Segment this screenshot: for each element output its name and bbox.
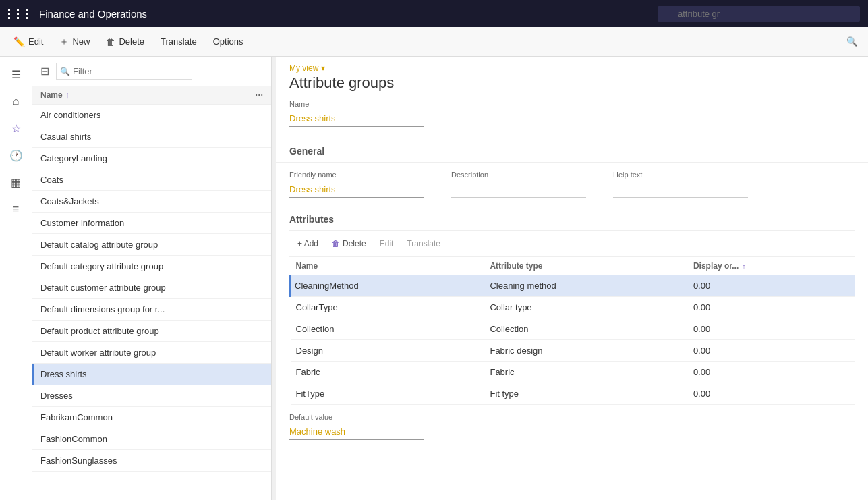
list-item[interactable]: Dress shirts — [32, 364, 271, 385]
table-cell: Fit type — [484, 383, 687, 405]
new-button[interactable]: ＋ New — [53, 32, 96, 51]
edit-attribute-button[interactable]: Edit — [374, 236, 399, 251]
table-row[interactable]: CleaningMethodCleaning method0.00 — [291, 275, 855, 297]
add-attribute-button[interactable]: + Add — [289, 236, 324, 251]
global-search-input[interactable] — [658, 6, 860, 22]
attributes-section: Attributes + Add 🗑 Delete Edit Translate — [276, 206, 868, 405]
table-row[interactable]: CollectionCollection0.00 — [291, 318, 855, 340]
friendly-name-group: Friendly name — [289, 171, 424, 198]
list-item[interactable]: Default customer attribute group — [32, 277, 271, 299]
table-cell: 0.00 — [688, 362, 855, 383]
name-field-section: Name — [276, 100, 868, 138]
table-cell: CollarType — [291, 297, 485, 318]
main-layout: ☰ ⌂ ☆ 🕐 ▦ ≡ ⊟ 🔍 Name ↑ ⋯ Air conditioner… — [0, 57, 868, 500]
filter-search-icon: 🔍 — [60, 67, 70, 76]
trash-icon: 🗑 — [106, 36, 115, 47]
search-command-button[interactable]: 🔍 — [843, 33, 861, 50]
default-value-section: Default value — [276, 405, 868, 448]
list-column-header: Name ↑ ⋯ — [32, 86, 271, 105]
default-value-label: Default value — [289, 413, 855, 421]
options-button[interactable]: Options — [206, 33, 250, 50]
list-item[interactable]: Default category attribute group — [32, 256, 271, 277]
list-item[interactable]: FashionCommon — [32, 428, 271, 450]
sort-ascending-icon[interactable]: ↑ — [65, 90, 69, 100]
list-item[interactable]: Default product attribute group — [32, 321, 271, 342]
table-cell: 0.00 — [688, 275, 855, 297]
list-item[interactable]: CategoryLanding — [32, 148, 271, 169]
name-field[interactable] — [289, 111, 424, 127]
default-value-field[interactable] — [289, 424, 424, 440]
table-cell: Design — [291, 340, 485, 362]
list-item[interactable]: FashionSunglasses — [32, 450, 271, 472]
sidebar-list-icon[interactable]: ≡ — [4, 197, 28, 221]
search-cmd-icon: 🔍 — [846, 36, 858, 47]
table-row[interactable]: FitTypeFit type0.00 — [291, 383, 855, 405]
list-item[interactable]: Default worker attribute group — [32, 342, 271, 364]
sidebar-home-icon[interactable]: ⌂ — [4, 89, 28, 113]
sidebar-star-icon[interactable]: ☆ — [4, 116, 28, 140]
view-selector[interactable]: My view ▾ — [276, 57, 868, 74]
attributes-header-row: Name Attribute type Display or... ↑ — [291, 257, 855, 275]
general-section-header: General — [276, 138, 868, 163]
attr-name-col-header: Name — [291, 257, 485, 275]
detail-panel: My view ▾ Attribute groups Name General … — [276, 57, 868, 500]
page-title: Attribute groups — [276, 74, 868, 100]
list-item[interactable]: Coats&Jackets — [32, 191, 271, 213]
help-text-group: Help text — [613, 171, 748, 198]
attr-type-col-header: Attribute type — [484, 257, 687, 275]
list-items-container: Air conditionersCasual shirtsCategoryLan… — [32, 105, 271, 500]
filter-input[interactable] — [56, 63, 192, 80]
table-cell: CleaningMethod — [291, 275, 485, 297]
table-row[interactable]: DesignFabric design0.00 — [291, 340, 855, 362]
table-row[interactable]: CollarTypeCollar type0.00 — [291, 297, 855, 318]
table-cell: FitType — [291, 383, 485, 405]
table-cell: Cleaning method — [484, 275, 687, 297]
table-row[interactable]: FabricFabric0.00 — [291, 362, 855, 383]
list-item[interactable]: Customer information — [32, 213, 271, 234]
table-cell: 0.00 — [688, 318, 855, 340]
list-panel: ⊟ 🔍 Name ↑ ⋯ Air conditionersCasual shir… — [32, 57, 272, 500]
sidebar-table-icon[interactable]: ▦ — [4, 170, 28, 194]
table-cell: Fabric — [484, 362, 687, 383]
friendly-name-field[interactable] — [289, 182, 424, 198]
attributes-section-header: Attributes — [289, 206, 855, 231]
list-toolbar: ⊟ 🔍 — [32, 57, 271, 86]
help-text-field[interactable] — [613, 182, 748, 198]
table-cell: Collection — [484, 318, 687, 340]
app-grid-icon[interactable] — [8, 9, 32, 19]
global-search-wrapper: 🔍 — [658, 6, 860, 22]
chevron-down-icon: ▾ — [321, 63, 325, 73]
list-item[interactable]: FabrikamCommon — [32, 407, 271, 428]
sidebar-clock-icon[interactable]: 🕐 — [4, 143, 28, 167]
friendly-name-label: Friendly name — [289, 171, 424, 179]
delete-attribute-button[interactable]: 🗑 Delete — [326, 236, 372, 251]
list-item[interactable]: Default catalog attribute group — [32, 234, 271, 256]
delete-button[interactable]: 🗑 Delete — [99, 33, 151, 51]
attr-display-col-header: Display or... ↑ — [688, 257, 855, 275]
column-options-icon[interactable]: ⋯ — [255, 90, 263, 100]
list-item[interactable]: Default dimensions group for r... — [32, 299, 271, 321]
table-cell: Collection — [291, 318, 485, 340]
translate-button[interactable]: Translate — [154, 33, 204, 50]
table-cell: 0.00 — [688, 383, 855, 405]
attributes-table-header: Name Attribute type Display or... ↑ — [291, 257, 855, 275]
description-group: Description — [451, 171, 586, 198]
list-item[interactable]: Coats — [32, 169, 271, 191]
description-field[interactable] — [451, 182, 586, 198]
list-item[interactable]: Air conditioners — [32, 105, 271, 126]
attributes-toolbar: + Add 🗑 Delete Edit Translate — [289, 231, 855, 257]
edit-button[interactable]: ✏️ Edit — [7, 33, 50, 51]
list-item[interactable]: Dresses — [32, 385, 271, 407]
command-bar: ✏️ Edit ＋ New 🗑 Delete Translate Options… — [0, 27, 868, 57]
edit-icon: ✏️ — [13, 36, 25, 47]
name-column-header: Name — [40, 90, 63, 100]
attributes-table-body: CleaningMethodCleaning method0.00CollarT… — [291, 275, 855, 405]
description-label: Description — [451, 171, 586, 179]
trash-attr-icon: 🗑 — [332, 239, 340, 248]
sidebar-icons: ☰ ⌂ ☆ 🕐 ▦ ≡ — [0, 57, 32, 500]
filter-button[interactable]: ⊟ — [38, 62, 52, 80]
translate-attribute-button[interactable]: Translate — [401, 236, 446, 251]
list-item[interactable]: Casual shirts — [32, 126, 271, 148]
sidebar-hamburger-icon[interactable]: ☰ — [4, 62, 28, 86]
attributes-table: Name Attribute type Display or... ↑ Clea… — [289, 257, 855, 405]
